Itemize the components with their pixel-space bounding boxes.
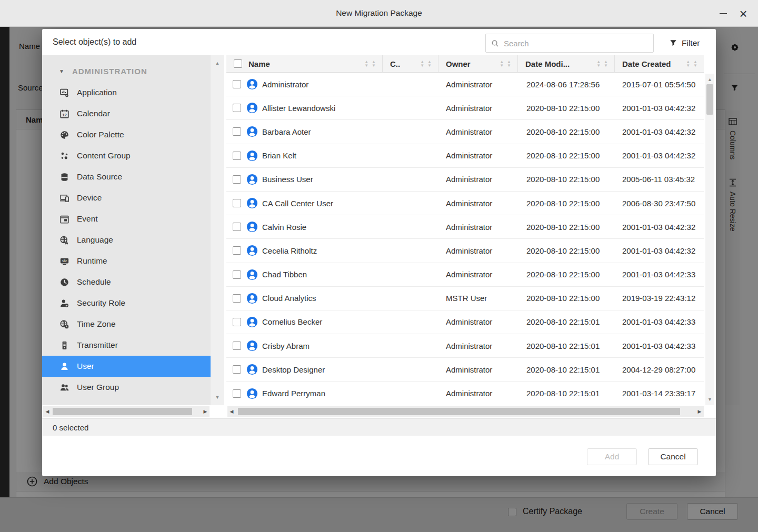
sidebar-item-label: User Group <box>77 383 119 392</box>
sort-icons[interactable]: ▲▼▲▼ <box>686 60 697 67</box>
row-owner: Administrator <box>438 389 518 398</box>
sidebar-item-transmitter[interactable]: Transmitter <box>42 335 211 356</box>
sidebar-horizontal-scrollbar[interactable]: ◀ ▶ <box>43 406 210 417</box>
sidebar-item-color-palette[interactable]: Color Palette <box>42 124 211 145</box>
row-checkbox[interactable] <box>233 365 241 374</box>
table-vertical-scrollbar[interactable]: ▲ ▼ <box>705 74 714 405</box>
row-checkbox[interactable] <box>233 152 241 160</box>
row-owner: Administrator <box>438 317 518 326</box>
close-icon: × <box>739 7 747 21</box>
sidebar-item-event[interactable]: Event <box>42 208 211 229</box>
table-row[interactable]: Business UserAdministrator2020-08-10 22:… <box>226 168 704 192</box>
sort-icons[interactable]: ▲▼▲▼ <box>596 60 608 67</box>
select-all-checkbox[interactable] <box>234 59 242 68</box>
scroll-right-icon[interactable]: ▶ <box>695 406 704 417</box>
table-row[interactable]: Cecelia RitholtzAdministrator2020-08-10 … <box>226 239 704 263</box>
column-header-name[interactable]: Name ▲▼▲▼ <box>226 55 383 72</box>
scroll-right-icon[interactable]: ▶ <box>201 406 210 417</box>
scroll-up-icon[interactable]: ▲ <box>211 61 224 66</box>
sort-icons[interactable]: ▲▼▲▼ <box>364 60 376 67</box>
row-owner: Administrator <box>438 246 518 255</box>
scrollbar-thumb[interactable] <box>238 408 680 415</box>
table-row[interactable]: Crisby AbramAdministrator2020-08-10 22:1… <box>226 334 704 358</box>
scroll-down-icon[interactable]: ▼ <box>211 395 224 400</box>
row-name: Administrator <box>262 80 308 89</box>
scroll-left-icon[interactable]: ◀ <box>43 406 52 417</box>
minimize-button[interactable] <box>714 0 733 27</box>
row-checkbox[interactable] <box>233 127 241 136</box>
add-button[interactable]: Add <box>587 448 637 465</box>
scroll-down-icon[interactable]: ▼ <box>705 397 714 402</box>
table-row[interactable]: AdministratorAdministrator2024-08-06 17:… <box>226 73 704 96</box>
row-date-modified: 2020-08-10 22:15:00 <box>518 199 615 208</box>
row-checkbox[interactable] <box>233 199 241 207</box>
sidebar-item-security-role[interactable]: Security Role <box>42 293 211 314</box>
row-date-created: 2001-01-03 04:42:32 <box>615 104 704 113</box>
user-avatar-icon <box>246 245 258 256</box>
table-row[interactable]: Brian KeltAdministrator2020-08-10 22:15:… <box>226 144 704 168</box>
search-input[interactable] <box>504 39 648 48</box>
user-avatar-icon <box>246 364 258 375</box>
scrollbar-thumb[interactable] <box>53 408 192 415</box>
sidebar-item-language[interactable]: Language <box>42 229 211 250</box>
sort-icons[interactable]: ▲▼▲▼ <box>420 60 432 67</box>
dialog-title: Select object(s) to add <box>53 29 136 55</box>
table-row[interactable]: Allister LewandowskiAdministrator2020-08… <box>226 96 704 120</box>
sidebar-item-user-group[interactable]: User Group <box>42 377 211 398</box>
table-body: AdministratorAdministrator2024-08-06 17:… <box>226 73 704 405</box>
column-header-date-created[interactable]: Date Created ▲▼▲▼ <box>615 55 704 72</box>
sidebar-item-schedule[interactable]: Schedule <box>42 272 211 293</box>
column-header-c[interactable]: C.. ▲▼▲▼ <box>383 55 438 72</box>
row-checkbox[interactable] <box>233 80 241 88</box>
sidebar-item-application[interactable]: Application <box>42 82 211 103</box>
row-checkbox[interactable] <box>233 318 241 326</box>
application-icon <box>60 88 69 97</box>
table-horizontal-scrollbar[interactable]: ◀ ▶ <box>227 406 704 417</box>
table-row[interactable]: Edward PerrymanAdministrator2020-08-10 2… <box>226 382 704 405</box>
row-owner: Administrator <box>438 80 518 89</box>
selected-count-label: 0 selected <box>53 423 88 432</box>
table-row[interactable]: CA Call Center UserAdministrator2020-08-… <box>226 192 704 215</box>
sidebar-section-administration[interactable]: ▼ ADMINISTRATION <box>42 55 211 82</box>
sidebar-item-device[interactable]: Device <box>42 187 211 208</box>
table-row[interactable]: Desktop DesignerAdministrator2020-08-10 … <box>226 358 704 382</box>
column-header-owner[interactable]: Owner ▲▼▲▼ <box>438 55 518 72</box>
sidebar-item-data-source[interactable]: Data Source <box>42 166 211 187</box>
row-date-created: 2001-01-03 04:42:32 <box>615 246 704 255</box>
table-row[interactable]: Cornelius BeckerAdministrator2020-08-10 … <box>226 310 704 334</box>
sidebar-item-label: Transmitter <box>77 340 118 350</box>
close-button[interactable]: × <box>734 0 753 27</box>
sidebar-vertical-scrollbar[interactable]: ▲ ▼ <box>211 55 224 405</box>
column-header-date-modified[interactable]: Date Modi... ▲▼▲▼ <box>518 55 615 72</box>
table-row[interactable]: Chad TibbenAdministrator2020-08-10 22:15… <box>226 263 704 287</box>
table-row[interactable]: Barbara AoterAdministrator2020-08-10 22:… <box>226 120 704 144</box>
scrollbar-thumb[interactable] <box>706 84 713 115</box>
filter-button[interactable]: Filter <box>670 34 700 53</box>
row-owner: Administrator <box>438 151 518 160</box>
scroll-up-icon[interactable]: ▲ <box>705 77 714 82</box>
scroll-left-icon[interactable]: ◀ <box>227 406 236 417</box>
row-date-modified: 2024-08-06 17:28:56 <box>518 80 615 89</box>
sidebar-item-runtime[interactable]: Runtime <box>42 250 211 272</box>
sidebar-item-user[interactable]: User <box>42 356 211 377</box>
sort-icons[interactable]: ▲▼▲▼ <box>500 60 511 67</box>
row-checkbox[interactable] <box>233 223 241 231</box>
row-checkbox[interactable] <box>233 342 241 350</box>
language-icon <box>60 236 69 245</box>
time-zone-icon <box>60 320 69 329</box>
row-checkbox[interactable] <box>233 294 241 303</box>
row-checkbox[interactable] <box>233 175 241 184</box>
sidebar-item-calendar[interactable]: Calendar <box>42 103 211 124</box>
row-checkbox[interactable] <box>233 104 241 112</box>
row-date-created: 2005-06-11 03:45:32 <box>615 175 704 184</box>
user-avatar-icon <box>246 197 258 209</box>
table-row[interactable]: Calvin RosieAdministrator2020-08-10 22:1… <box>226 215 704 239</box>
sidebar-item-content-group[interactable]: Content Group <box>42 145 211 166</box>
row-checkbox[interactable] <box>233 270 241 279</box>
cancel-button[interactable]: Cancel <box>648 448 698 465</box>
row-checkbox[interactable] <box>233 389 241 398</box>
table-row[interactable]: Cloud AnalyticsMSTR User2020-08-10 22:15… <box>226 287 704 310</box>
user-avatar-icon <box>246 150 258 162</box>
row-checkbox[interactable] <box>233 246 241 255</box>
sidebar-item-time-zone[interactable]: Time Zone <box>42 314 211 335</box>
